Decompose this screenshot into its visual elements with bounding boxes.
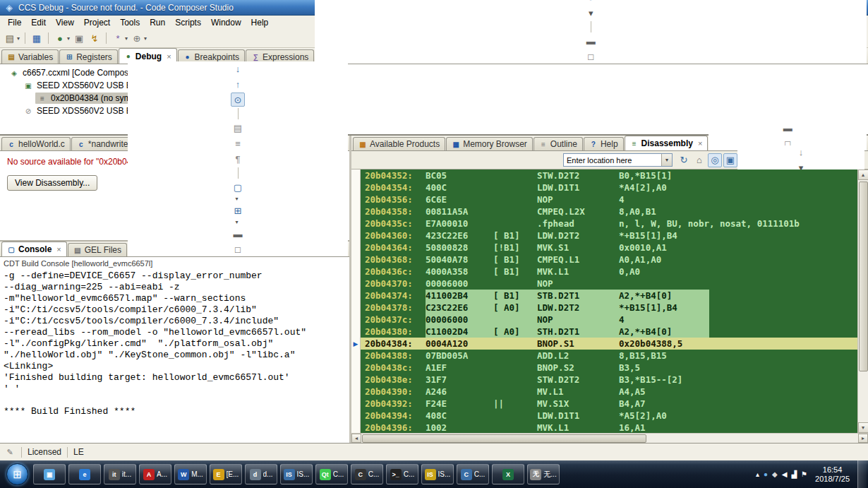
save-icon[interactable]: ▦ <box>30 31 44 45</box>
disassembly-row[interactable]: 20b04394:408CLDW.D1T1*A5[2],A0 <box>361 410 857 422</box>
horizontal-scrollbar-thumb[interactable] <box>362 434 646 443</box>
debug-icon-dropdown[interactable]: ▾ <box>67 35 70 42</box>
taskbar-item-8[interactable]: ISIS... <box>280 464 313 484</box>
tab-memory-browser[interactable]: ▦Memory Browser <box>446 137 533 150</box>
console-output[interactable]: -g --define=DEVICE_C6657 --display_error… <box>0 270 349 443</box>
tray-app-icon[interactable]: ● <box>764 470 768 478</box>
link-icon-dropdown[interactable]: ▾ <box>144 35 147 42</box>
word-wrap-icon[interactable]: ¶ <box>231 152 245 166</box>
debug-icon[interactable]: ● <box>53 31 67 45</box>
disassembly-row[interactable]: 20b04358:00811A5ACMPEQ.L2X8,A0,B1 <box>361 206 857 218</box>
disassembly-row[interactable]: 20b04370:00006000NOP <box>361 278 857 290</box>
taskbar-item-qt[interactable]: QtC... <box>315 464 348 484</box>
view-menu-icon[interactable]: ▾ <box>584 6 598 20</box>
maximize-view-icon[interactable]: □ <box>231 242 245 256</box>
disassembly-row[interactable]: 20b04360:423C22E6[ B1]LDW.D2T2*+B15[1],B… <box>361 230 857 242</box>
disassembly-row[interactable]: 20b0437c:00006000NOP4 <box>361 314 857 326</box>
tab-console[interactable]: ▢Console× <box>1 242 67 256</box>
maximize-view-icon[interactable]: □ <box>584 49 598 64</box>
disassembly-row[interactable]: 20b0435c:E7A00010.fpheadn, l, W, BU, nob… <box>361 218 857 230</box>
menu-file[interactable]: File <box>3 16 26 29</box>
location-dropdown-icon[interactable]: ▾ <box>661 154 672 166</box>
disassembly-row[interactable]: 20b04368:50040A78[ B1]CMPEQ.L1A0,A1,A0 <box>361 254 857 266</box>
menu-edit[interactable]: Edit <box>26 16 51 29</box>
menu-tools[interactable]: Tools <box>115 16 145 29</box>
show-opcodes-icon[interactable]: ▣ <box>723 153 737 167</box>
wand-icon-dropdown[interactable]: ▾ <box>125 35 128 42</box>
disassembly-row[interactable]: 20b0438e:31F7STW.D2T2B3,*B15--[2] <box>361 374 857 386</box>
link-icon[interactable]: ⊕ <box>130 31 144 45</box>
disassembly-row[interactable]: 20b0438c:A1EFBNOP.S2B3,5 <box>361 362 857 374</box>
tab-help[interactable]: ?Help <box>584 137 624 150</box>
disassembly-row[interactable]: 20b04374:411002B4[ B1]STB.D2T1A2,*+B4[0] <box>361 290 857 302</box>
display-selected-console-icon-dropdown[interactable]: ▾ <box>236 196 239 202</box>
sync-with-pc-icon[interactable]: ◎ <box>708 153 722 167</box>
scroll-up-arrow[interactable]: ▴ <box>858 169 868 180</box>
pin-console-icon[interactable]: ⊙ <box>231 93 245 107</box>
taskbar-item-7[interactable]: dd... <box>245 464 277 484</box>
scroll-right-arrow[interactable]: ▸ <box>858 434 868 443</box>
show-hidden-icons-chevron[interactable]: ▴ <box>756 470 759 478</box>
tab-disassembly[interactable]: ≡Disassembly× <box>625 136 709 150</box>
refresh-icon[interactable]: ↺ <box>584 0 598 4</box>
disassembly-row[interactable]: 20b04356:6C6ENOP4 <box>361 194 857 206</box>
taskbar-item-15[interactable]: 无无... <box>527 464 560 484</box>
taskbar-item-12[interactable]: ISIS... <box>421 464 454 484</box>
taskbar-item-explorer[interactable]: ▣ <box>33 464 66 484</box>
new-wizard-icon[interactable]: ▤ <box>3 31 17 45</box>
menu-scripts[interactable]: Scripts <box>170 16 206 29</box>
close-tab-icon[interactable]: × <box>56 245 61 254</box>
prev-annotation-icon[interactable]: ↑ <box>231 77 245 91</box>
scroll-left-arrow[interactable]: ◂ <box>351 434 361 443</box>
refresh-view-icon[interactable]: ↻ <box>677 153 691 167</box>
tab-registers[interactable]: ⊞Registers <box>59 49 118 64</box>
home-icon[interactable]: ⌂ <box>692 153 706 167</box>
scroll-lock-icon[interactable]: ≡ <box>231 136 245 150</box>
tab-helloworld-c[interactable]: chelloWorld.c <box>1 137 71 150</box>
taskbar-item-acrobat[interactable]: AA... <box>139 464 171 484</box>
disassembly-row[interactable]: 20b04352:BC05STW.D2T2B0,*B15[1] <box>361 169 857 181</box>
close-tab-icon[interactable]: × <box>698 139 702 148</box>
tab-outline[interactable]: ≡Outline <box>534 137 583 150</box>
taskbar-item-10[interactable]: CC... <box>351 464 383 484</box>
new-wizard-icon-dropdown[interactable]: ▾ <box>17 35 20 42</box>
location-input[interactable] <box>564 154 661 166</box>
minimize-view-icon[interactable]: ▬ <box>231 227 245 241</box>
tab-available-products[interactable]: ▦Available Products <box>353 137 445 150</box>
menu-help[interactable]: Help <box>246 16 274 29</box>
disassembly-row[interactable]: 20b04384:0004A120BNOP.S10x20b04388,5 <box>361 338 857 350</box>
vertical-scrollbar-thumb[interactable] <box>859 181 868 371</box>
scroll-down-arrow[interactable]: ▾ <box>858 422 868 433</box>
disassembly-row[interactable]: 20b04378:C23C22E6[ A0]LDW.D2T2*+B15[1],B… <box>361 302 857 314</box>
open-console-icon-dropdown[interactable]: ▾ <box>236 219 239 225</box>
taskbar-item-browser[interactable]: e <box>68 464 101 484</box>
tab-gel-files[interactable]: ▤GEL Files <box>68 243 127 256</box>
disassembly-row[interactable]: 20b04354:400CLDW.D1T1*A4[2],A0 <box>361 181 857 194</box>
show-desktop-button[interactable] <box>857 460 867 488</box>
disassembly-row[interactable]: 20b04396:1002MVK.L116,A1 <box>361 422 857 433</box>
disassembly-row[interactable]: 20b04392:F24E||MV.S1XB4,A7 <box>361 398 857 410</box>
disassembly-listing[interactable]: 20b04352:BC05STW.D2T2B0,*B15[1]20b04354:… <box>361 169 857 433</box>
minimize-view-icon[interactable]: ▬ <box>780 121 795 135</box>
view-disassembly-button[interactable]: View Disassembly... <box>7 175 97 191</box>
menu-window[interactable]: Window <box>206 16 246 29</box>
flash-icon[interactable]: ↯ <box>88 31 102 45</box>
close-tab-icon[interactable]: × <box>167 52 171 61</box>
disassembly-row[interactable]: 20b0436c:4000A358[ B1]MVK.L10,A0 <box>361 266 857 278</box>
disassembly-row[interactable]: 20b04390:A246MV.L1A4,A5 <box>361 386 857 398</box>
taskbar-item-excel[interactable]: X <box>492 464 524 484</box>
taskbar-item-3[interactable]: itit... <box>104 464 136 484</box>
open-console-icon[interactable]: ⊞ <box>231 203 245 218</box>
taskbar-item-6[interactable]: E[E... <box>210 464 242 484</box>
taskbar-clock[interactable]: 16:54 2018/7/25 <box>812 465 852 484</box>
tab-variables[interactable]: ▤Variables <box>1 49 59 64</box>
menu-run[interactable]: Run <box>145 16 170 29</box>
action-center-icon[interactable]: ⚑ <box>801 470 807 478</box>
display-selected-console-icon[interactable]: ▢ <box>231 180 245 194</box>
step-assembly-icon[interactable]: ↓ <box>794 145 808 160</box>
disassembly-row[interactable]: 20b04388:07BD005AADD.L28,B15,B15 <box>361 350 857 362</box>
connect-target-icon[interactable]: ▣ <box>72 31 86 45</box>
taskbar-item-cmd[interactable]: >_C... <box>386 464 418 484</box>
menu-project[interactable]: Project <box>79 16 115 29</box>
network-icon[interactable]: ▟ <box>791 470 797 478</box>
